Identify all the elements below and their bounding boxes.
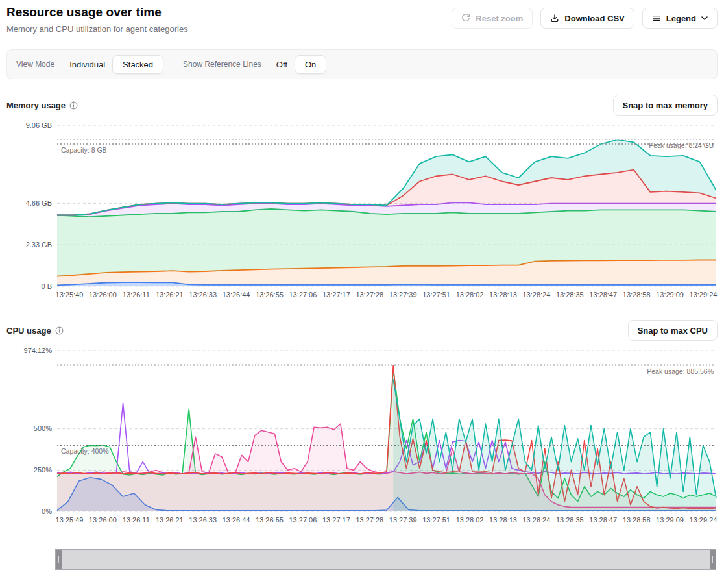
view-mode-label: View Mode — [16, 60, 54, 69]
reference-lines-off[interactable]: Off — [269, 55, 295, 74]
snap-to-max-cpu-button[interactable]: Snap to max CPU — [628, 320, 718, 341]
brush-handle-left[interactable] — [56, 550, 62, 569]
cpu-x-tick-label: 13:27:06 — [289, 516, 317, 524]
memory-x-tick-label: 13:28:58 — [623, 291, 651, 299]
cpu-x-tick-label: 13:28:47 — [589, 516, 617, 524]
memory-x-tick-label: 13:28:02 — [456, 291, 484, 299]
memory-x-tick-label: 13:26:33 — [189, 291, 217, 299]
memory-x-tick-label: 13:29:24 — [690, 291, 718, 299]
memory-x-tick-label: 13:28:24 — [522, 291, 550, 299]
page-title: Resource usage over time — [6, 5, 188, 19]
cpu-reference-line-label: Capacity: 400% — [61, 447, 109, 455]
page-subtitle: Memory and CPU utilization for agent cat… — [6, 24, 188, 34]
memory-y-tick-label: 9.06 GB — [26, 121, 52, 129]
download-csv-label: Download CSV — [564, 14, 624, 23]
cpu-x-tick-label: 13:26:11 — [123, 516, 150, 524]
memory-info-icon[interactable] — [69, 101, 78, 110]
cpu-x-tick-label: 13:27:51 — [422, 516, 450, 524]
cpu-x-tick-label: 13:26:21 — [156, 516, 184, 524]
reset-zoom-label: Reset zoom — [476, 14, 523, 23]
memory-x-tick-label: 13:26:11 — [123, 291, 150, 299]
memory-x-tick-label: 13:28:35 — [556, 291, 584, 299]
time-range-brush[interactable] — [55, 549, 716, 570]
cpu-x-tick-label: 13:26:55 — [256, 516, 284, 524]
memory-y-tick-label: 4.66 GB — [26, 199, 52, 207]
cpu-x-tick-label: 13:25:49 — [56, 516, 84, 524]
show-reference-lines-label: Show Reference Lines — [183, 60, 261, 69]
cpu-y-tick-label: 250% — [34, 466, 52, 474]
cpu-x-tick-label: 13:28:58 — [623, 516, 651, 524]
chart-controls-toolbar: View Mode Individual Stacked Show Refere… — [6, 49, 718, 79]
cpu-reference-line-label: Peak usage: 885.56% — [647, 367, 714, 375]
memory-x-tick-label: 13:25:49 — [56, 291, 84, 299]
memory-x-tick-label: 13:27:51 — [422, 291, 450, 299]
snap-to-max-memory-button[interactable]: Snap to max memory — [613, 95, 718, 116]
cpu-x-tick-label: 13:29:24 — [690, 516, 718, 524]
memory-x-tick-label: 13:27:06 — [289, 291, 317, 299]
memory-x-tick-label: 13:27:39 — [389, 291, 417, 299]
cpu-usage-chart[interactable]: 974.12%500%250%0%13:25:4913:26:0013:26:1… — [6, 346, 718, 530]
cpu-x-tick-label: 13:28:02 — [456, 516, 484, 524]
memory-usage-chart[interactable]: 9.06 GB4.66 GB2.33 GB0 B13:25:4913:26:00… — [6, 121, 718, 304]
memory-section-title: Memory usage — [6, 101, 78, 110]
memory-x-tick-label: 13:28:47 — [589, 291, 617, 299]
memory-x-tick-label: 13:26:21 — [156, 291, 184, 299]
reset-zoom-button[interactable]: Reset zoom — [452, 8, 533, 29]
cpu-x-tick-label: 13:26:33 — [189, 516, 217, 524]
brush-handle-right[interactable] — [710, 550, 716, 569]
page-header: Resource usage over time Memory and CPU … — [6, 5, 718, 34]
header-actions: Reset zoom Download CSV Legend — [452, 8, 718, 29]
memory-section-header: Memory usage Snap to max memory — [6, 95, 718, 116]
memory-y-tick-label: 2.33 GB — [26, 241, 52, 249]
chevron-down-icon — [701, 16, 708, 20]
memory-x-tick-label: 13:29:09 — [656, 291, 684, 299]
cpu-section-title: CPU usage — [6, 326, 64, 336]
cpu-y-tick-label: 974.12% — [24, 347, 53, 354]
cpu-usage-label: CPU usage — [6, 326, 51, 336]
cpu-x-tick-label: 13:26:00 — [89, 516, 117, 524]
cpu-y-tick-label: 500% — [34, 424, 52, 432]
download-csv-button[interactable]: Download CSV — [540, 8, 634, 29]
cpu-x-tick-label: 13:28:24 — [522, 516, 550, 524]
list-icon — [652, 14, 661, 23]
memory-x-tick-label: 13:26:00 — [89, 291, 117, 299]
cpu-x-tick-label: 13:28:35 — [556, 516, 584, 524]
memory-usage-label: Memory usage — [6, 101, 66, 110]
memory-reference-line-label: Peak usage: 8.24 GB — [649, 141, 714, 149]
cpu-x-tick-label: 13:27:28 — [356, 516, 383, 524]
cpu-x-tick-label: 13:26:44 — [223, 516, 250, 524]
cpu-x-tick-label: 13:27:39 — [389, 516, 417, 524]
dashboard: Resource usage over time Memory and CPU … — [0, 0, 724, 570]
memory-reference-line-label: Capacity: 8 GB — [61, 146, 107, 154]
cpu-info-icon[interactable] — [55, 326, 64, 335]
cpu-chart-container: 974.12%500%250%0%13:25:4913:26:0013:26:1… — [6, 346, 718, 530]
download-icon — [550, 14, 559, 23]
memory-chart-container: 9.06 GB4.66 GB2.33 GB0 B13:25:4913:26:00… — [6, 121, 718, 304]
memory-x-tick-label: 13:26:55 — [256, 291, 284, 299]
cpu-x-tick-label: 13:28:13 — [489, 516, 517, 524]
memory-y-tick-label: 0 B — [41, 282, 52, 290]
memory-x-tick-label: 13:27:28 — [356, 291, 383, 299]
view-mode-individual[interactable]: Individual — [62, 55, 112, 74]
header-text: Resource usage over time Memory and CPU … — [6, 5, 188, 34]
legend-button[interactable]: Legend — [642, 8, 718, 29]
view-mode-stacked[interactable]: Stacked — [112, 55, 163, 74]
reference-lines-on[interactable]: On — [295, 55, 326, 74]
memory-x-tick-label: 13:27:17 — [322, 291, 350, 299]
cpu-x-tick-label: 13:27:17 — [322, 516, 350, 524]
cpu-section-header: CPU usage Snap to max CPU — [6, 320, 718, 341]
memory-x-tick-label: 13:26:44 — [223, 291, 250, 299]
refresh-icon — [461, 14, 470, 23]
cpu-y-tick-label: 0% — [42, 508, 52, 515]
memory-x-tick-label: 13:28:13 — [489, 291, 517, 299]
cpu-x-tick-label: 13:29:09 — [656, 516, 684, 524]
legend-label: Legend — [666, 14, 696, 23]
